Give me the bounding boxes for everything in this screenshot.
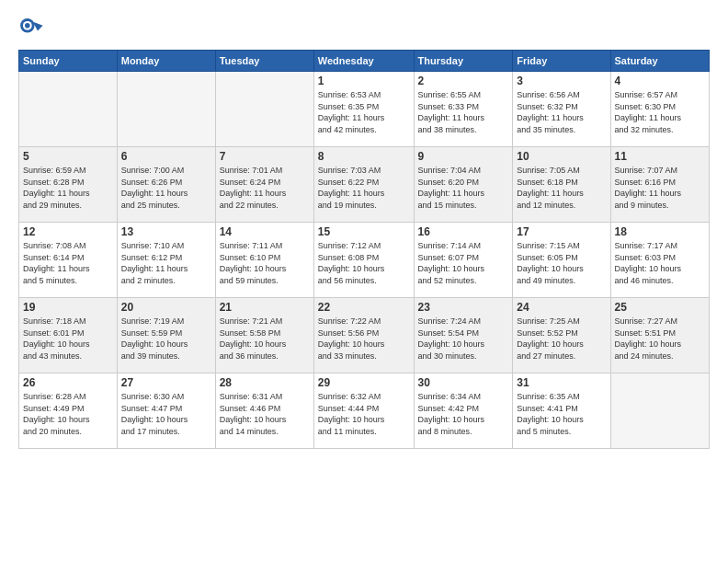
day-info: Sunrise: 7:07 AM Sunset: 6:16 PM Dayligh…	[615, 165, 705, 211]
day-info: Sunrise: 7:21 AM Sunset: 5:58 PM Dayligh…	[220, 316, 310, 362]
day-info: Sunrise: 6:30 AM Sunset: 4:47 PM Dayligh…	[121, 391, 211, 437]
day-info: Sunrise: 7:05 AM Sunset: 6:18 PM Dayligh…	[517, 165, 606, 211]
day-number: 31	[517, 376, 606, 389]
weekday-header: Monday	[117, 51, 215, 72]
calendar-day-cell: 29Sunrise: 6:32 AM Sunset: 4:44 PM Dayli…	[313, 373, 414, 449]
calendar-day-cell: 6Sunrise: 7:00 AM Sunset: 6:26 PM Daylig…	[117, 147, 215, 223]
calendar-week-row: 19Sunrise: 7:18 AM Sunset: 6:01 PM Dayli…	[19, 298, 710, 373]
calendar-day-cell: 16Sunrise: 7:14 AM Sunset: 6:07 PM Dayli…	[414, 223, 513, 298]
page: SundayMondayTuesdayWednesdayThursdayFrid…	[0, 0, 728, 563]
day-number: 11	[615, 150, 705, 163]
calendar-day-cell: 12Sunrise: 7:08 AM Sunset: 6:14 PM Dayli…	[19, 223, 118, 298]
day-number: 7	[220, 150, 310, 163]
day-info: Sunrise: 6:55 AM Sunset: 6:33 PM Dayligh…	[418, 89, 509, 135]
calendar-day-cell: 31Sunrise: 6:35 AM Sunset: 4:41 PM Dayli…	[513, 373, 610, 449]
day-info: Sunrise: 7:27 AM Sunset: 5:51 PM Dayligh…	[615, 316, 705, 362]
day-number: 3	[517, 75, 606, 87]
day-info: Sunrise: 7:08 AM Sunset: 6:14 PM Dayligh…	[23, 240, 113, 286]
calendar-day-cell: 28Sunrise: 6:31 AM Sunset: 4:46 PM Dayli…	[215, 373, 313, 449]
day-number: 19	[23, 301, 113, 314]
logo-icon	[18, 17, 44, 42]
weekday-header: Wednesday	[313, 51, 414, 72]
day-number: 15	[318, 225, 410, 238]
day-number: 9	[418, 150, 509, 163]
day-info: Sunrise: 6:34 AM Sunset: 4:42 PM Dayligh…	[418, 391, 509, 437]
day-info: Sunrise: 7:10 AM Sunset: 6:12 PM Dayligh…	[121, 240, 211, 286]
day-number: 16	[418, 225, 509, 238]
day-number: 13	[121, 225, 211, 238]
day-info: Sunrise: 7:12 AM Sunset: 6:08 PM Dayligh…	[318, 240, 410, 286]
day-number: 25	[615, 301, 705, 314]
weekday-header: Tuesday	[215, 51, 313, 72]
calendar-day-cell: 4Sunrise: 6:57 AM Sunset: 6:30 PM Daylig…	[610, 72, 709, 147]
calendar-day-cell: 11Sunrise: 7:07 AM Sunset: 6:16 PM Dayli…	[610, 147, 709, 223]
calendar-day-cell	[19, 72, 118, 147]
day-number: 6	[121, 150, 211, 163]
day-info: Sunrise: 7:11 AM Sunset: 6:10 PM Dayligh…	[220, 240, 310, 286]
calendar-day-cell: 25Sunrise: 7:27 AM Sunset: 5:51 PM Dayli…	[610, 298, 709, 373]
day-number: 5	[23, 150, 113, 163]
day-info: Sunrise: 6:32 AM Sunset: 4:44 PM Dayligh…	[318, 391, 410, 437]
day-info: Sunrise: 7:25 AM Sunset: 5:52 PM Dayligh…	[517, 316, 606, 362]
calendar-day-cell: 5Sunrise: 6:59 AM Sunset: 6:28 PM Daylig…	[19, 147, 118, 223]
calendar-day-cell: 26Sunrise: 6:28 AM Sunset: 4:49 PM Dayli…	[19, 373, 118, 449]
calendar-day-cell: 30Sunrise: 6:34 AM Sunset: 4:42 PM Dayli…	[414, 373, 513, 449]
day-info: Sunrise: 7:17 AM Sunset: 6:03 PM Dayligh…	[615, 240, 705, 286]
weekday-header: Friday	[513, 51, 610, 72]
day-number: 4	[615, 75, 705, 87]
day-info: Sunrise: 7:15 AM Sunset: 6:05 PM Dayligh…	[517, 240, 606, 286]
day-info: Sunrise: 7:04 AM Sunset: 6:20 PM Dayligh…	[418, 165, 509, 211]
day-number: 10	[517, 150, 606, 163]
day-number: 1	[318, 75, 410, 87]
calendar-day-cell: 23Sunrise: 7:24 AM Sunset: 5:54 PM Dayli…	[414, 298, 513, 373]
day-number: 18	[615, 225, 705, 238]
day-info: Sunrise: 6:28 AM Sunset: 4:49 PM Dayligh…	[23, 391, 113, 437]
calendar-day-cell: 17Sunrise: 7:15 AM Sunset: 6:05 PM Dayli…	[513, 223, 610, 298]
day-info: Sunrise: 6:31 AM Sunset: 4:46 PM Dayligh…	[220, 391, 310, 437]
day-info: Sunrise: 7:14 AM Sunset: 6:07 PM Dayligh…	[418, 240, 509, 286]
day-info: Sunrise: 7:19 AM Sunset: 5:59 PM Dayligh…	[121, 316, 211, 362]
calendar-day-cell: 18Sunrise: 7:17 AM Sunset: 6:03 PM Dayli…	[610, 223, 709, 298]
day-info: Sunrise: 6:57 AM Sunset: 6:30 PM Dayligh…	[615, 89, 705, 135]
day-number: 21	[220, 301, 310, 314]
weekday-header: Saturday	[610, 51, 709, 72]
calendar-day-cell: 1Sunrise: 6:53 AM Sunset: 6:35 PM Daylig…	[313, 72, 414, 147]
calendar-day-cell: 13Sunrise: 7:10 AM Sunset: 6:12 PM Dayli…	[117, 223, 215, 298]
day-info: Sunrise: 7:03 AM Sunset: 6:22 PM Dayligh…	[318, 165, 410, 211]
day-number: 28	[220, 376, 310, 389]
day-info: Sunrise: 7:18 AM Sunset: 6:01 PM Dayligh…	[23, 316, 113, 362]
calendar-day-cell: 14Sunrise: 7:11 AM Sunset: 6:10 PM Dayli…	[215, 223, 313, 298]
calendar-week-row: 26Sunrise: 6:28 AM Sunset: 4:49 PM Dayli…	[19, 373, 710, 449]
day-number: 2	[418, 75, 509, 87]
calendar-day-cell: 8Sunrise: 7:03 AM Sunset: 6:22 PM Daylig…	[313, 147, 414, 223]
day-info: Sunrise: 6:35 AM Sunset: 4:41 PM Dayligh…	[517, 391, 606, 437]
day-number: 17	[517, 225, 606, 238]
calendar-day-cell: 27Sunrise: 6:30 AM Sunset: 4:47 PM Dayli…	[117, 373, 215, 449]
calendar-day-cell: 20Sunrise: 7:19 AM Sunset: 5:59 PM Dayli…	[117, 298, 215, 373]
weekday-header: Sunday	[19, 51, 118, 72]
calendar-day-cell	[117, 72, 215, 147]
day-number: 14	[220, 225, 310, 238]
day-info: Sunrise: 7:00 AM Sunset: 6:26 PM Dayligh…	[121, 165, 211, 211]
day-info: Sunrise: 6:56 AM Sunset: 6:32 PM Dayligh…	[517, 89, 606, 135]
calendar-week-row: 1Sunrise: 6:53 AM Sunset: 6:35 PM Daylig…	[19, 72, 710, 147]
day-number: 20	[121, 301, 211, 314]
svg-point-2	[25, 23, 30, 29]
logo	[18, 17, 48, 42]
calendar-day-cell: 24Sunrise: 7:25 AM Sunset: 5:52 PM Dayli…	[513, 298, 610, 373]
calendar-day-cell: 15Sunrise: 7:12 AM Sunset: 6:08 PM Dayli…	[313, 223, 414, 298]
calendar-day-cell: 10Sunrise: 7:05 AM Sunset: 6:18 PM Dayli…	[513, 147, 610, 223]
calendar-day-cell: 19Sunrise: 7:18 AM Sunset: 6:01 PM Dayli…	[19, 298, 118, 373]
calendar-day-cell: 3Sunrise: 6:56 AM Sunset: 6:32 PM Daylig…	[513, 72, 610, 147]
weekday-header-row: SundayMondayTuesdayWednesdayThursdayFrid…	[19, 51, 710, 72]
day-number: 27	[121, 376, 211, 389]
calendar-day-cell: 9Sunrise: 7:04 AM Sunset: 6:20 PM Daylig…	[414, 147, 513, 223]
calendar-week-row: 5Sunrise: 6:59 AM Sunset: 6:28 PM Daylig…	[19, 147, 710, 223]
calendar-day-cell: 2Sunrise: 6:55 AM Sunset: 6:33 PM Daylig…	[414, 72, 513, 147]
day-number: 24	[517, 301, 606, 314]
day-info: Sunrise: 7:24 AM Sunset: 5:54 PM Dayligh…	[418, 316, 509, 362]
calendar-day-cell: 22Sunrise: 7:22 AM Sunset: 5:56 PM Dayli…	[313, 298, 414, 373]
day-info: Sunrise: 7:01 AM Sunset: 6:24 PM Dayligh…	[220, 165, 310, 211]
day-number: 26	[23, 376, 113, 389]
day-number: 29	[318, 376, 410, 389]
